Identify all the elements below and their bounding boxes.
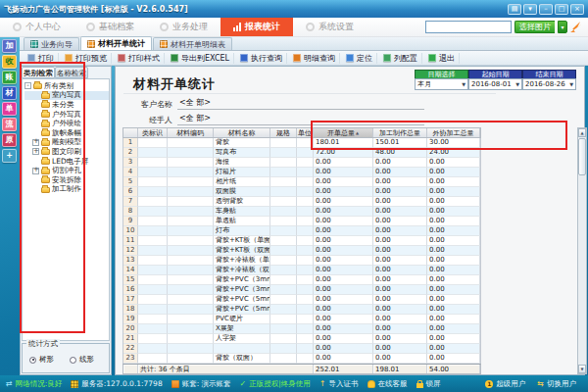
expand-icon[interactable] <box>32 121 39 127</box>
table-row[interactable]: 10 灯布 0.00 0.00 0.00 <box>123 226 480 236</box>
table-row[interactable]: 20 X展架 0.00 0.00 0.00 <box>123 324 480 334</box>
tree-item[interactable]: 户外喷绘 <box>24 119 109 128</box>
online-support-button[interactable]: 在线客服 <box>368 379 408 389</box>
table-row[interactable]: 16 背胶+PVC（3mm双 0.00 0.00 0.00 <box>123 285 480 295</box>
toolbar-button[interactable]: 打印预览 <box>61 53 112 64</box>
stat-mode-radio[interactable]: 线形 <box>70 355 94 365</box>
quick-button[interactable]: 账 <box>2 71 17 84</box>
table-row[interactable]: 21 人字架 0.00 0.00 0.00 <box>123 334 480 344</box>
column-header-sorted[interactable]: 开单总量 ▲ <box>314 128 373 137</box>
tree-item[interactable]: 未分类 <box>24 100 109 110</box>
quick-button[interactable]: 单 <box>2 102 17 116</box>
tree-item[interactable]: 图文印刷 <box>24 147 109 157</box>
expand-icon[interactable] <box>32 168 39 174</box>
menu-item[interactable]: 系统设置 <box>293 18 367 36</box>
column-header[interactable]: 单位 <box>297 128 314 137</box>
lock-screen-button[interactable]: 锁屏 <box>416 379 441 389</box>
table-row[interactable]: 12 背胶+KT板（双面） 0.00 0.00 0.00 <box>123 246 480 256</box>
skin-dropdown-icon[interactable]: ▾ <box>523 4 537 15</box>
table-row[interactable]: 23 背胶（双面） 0.00 0.00 0.00 <box>123 354 480 364</box>
table-row[interactable]: 4 灯箱片 0.00 0.00 0.00 <box>123 168 480 177</box>
expand-icon[interactable] <box>32 129 39 136</box>
date-dropdown[interactable]: 本月 ▼ <box>415 78 468 90</box>
maximize-button[interactable]: □ <box>555 4 568 15</box>
tree-item[interactable]: 雕刻模型 <box>24 138 109 148</box>
quick-button[interactable]: 加 <box>2 39 17 53</box>
column-header[interactable]: 材料名称 <box>214 128 270 137</box>
date-dropdown[interactable]: 2016-08-26 ▼ <box>522 78 576 90</box>
table-row[interactable]: 5 相片纸 0.00 0.00 0.00 <box>123 177 480 187</box>
vertical-scrollbar[interactable]: ▲ ▼ <box>577 127 587 374</box>
stat-mode-radio[interactable]: 树形 <box>29 355 54 365</box>
table-row[interactable]: 18 背胶+PVC（5mm双 0.00 0.00 0.00 <box>123 305 480 315</box>
tree-item[interactable]: 室内写真 <box>24 91 109 101</box>
column-header[interactable]: 加工制作总量 <box>373 128 427 137</box>
table-row[interactable]: 1 背胶 180.01 150.01 30.00 <box>123 138 480 148</box>
document-tab[interactable]: 材料开单统计 <box>80 36 152 50</box>
menu-item[interactable]: 个人中心 <box>0 18 74 36</box>
tree-item[interactable]: 切割冲孔 <box>24 166 109 175</box>
menu-item[interactable]: 业务处理 <box>147 18 220 36</box>
toolbar-button[interactable]: 打印样式 <box>114 53 165 64</box>
table-row[interactable]: 14 背胶+冷裱板（双面） 0.00 0.00 0.00 <box>123 266 480 275</box>
notebook-icon[interactable]: ▤ <box>508 4 521 15</box>
table-row[interactable]: 6 双面膜 0.00 0.00 0.00 <box>123 187 480 197</box>
table-row[interactable]: 9 单透贴 0.00 0.00 0.00 <box>123 217 480 226</box>
document-tab[interactable]: 材料开单明细表 <box>153 37 232 50</box>
column-header[interactable]: 材料编码 <box>168 128 214 137</box>
quick-button[interactable]: 流 <box>2 118 17 131</box>
column-header[interactable]: 外协加工总量 <box>427 128 480 137</box>
expand-icon[interactable] <box>32 158 39 165</box>
tree-root-item[interactable]: 所有类别 <box>24 81 109 91</box>
table-row[interactable]: 15 背胶+PVC（3mm单 0.00 0.00 0.00 <box>123 275 480 285</box>
tree-item[interactable]: LED电子屏 <box>24 157 109 167</box>
quick-button[interactable]: 收 <box>2 55 17 69</box>
table-row[interactable]: 3 海报 0.00 0.00 0.00 <box>123 158 480 168</box>
expand-icon[interactable] <box>32 101 39 108</box>
filter-value-field[interactable]: <全 部> <box>177 97 424 110</box>
scroll-down-icon[interactable]: ▼ <box>578 365 586 373</box>
toolbar-button[interactable]: 执行查询 <box>236 53 287 64</box>
choose-image-caret-icon[interactable]: ▾ <box>558 21 567 33</box>
date-dropdown[interactable]: 2016-08-01 ▼ <box>468 78 522 90</box>
quick-button[interactable]: 材 <box>2 86 17 100</box>
collapse-icon[interactable] <box>24 82 31 89</box>
expand-icon[interactable] <box>32 176 39 183</box>
table-row[interactable]: 22 0.00 0.00 0.00 <box>123 344 480 354</box>
image-path-input[interactable] <box>425 21 512 33</box>
import-cert-button[interactable]: ↑ 导入证书 <box>319 379 359 389</box>
table-row[interactable]: 7 透明背胶 0.00 0.00 0.00 <box>123 197 480 207</box>
tree-item[interactable]: 加工制作 <box>24 185 109 195</box>
toolbar-button[interactable]: 退出 <box>424 53 460 64</box>
super-user-button[interactable]: 1 超级用户 <box>485 379 525 389</box>
expand-icon[interactable] <box>32 111 39 118</box>
filter-value-field[interactable]: <全 部> <box>177 113 424 125</box>
tree-item[interactable]: 安装拆除 <box>24 175 109 185</box>
scroll-up-icon[interactable]: ▲ <box>578 128 586 137</box>
expand-icon[interactable] <box>32 186 39 193</box>
expand-icon[interactable] <box>32 148 39 155</box>
menu-item[interactable]: 报表统计 <box>220 18 293 36</box>
column-header[interactable]: 规格 <box>270 128 297 137</box>
column-header[interactable]: 类标识 <box>138 128 168 137</box>
expand-icon[interactable] <box>32 139 39 146</box>
sidebar-search-tab[interactable]: 名称检索 <box>55 67 88 78</box>
tree-item[interactable]: 旗帜条幅 <box>24 128 109 138</box>
toolbar-button[interactable]: 打印 <box>24 53 59 64</box>
quick-button[interactable]: 原 <box>2 133 17 147</box>
table-row[interactable]: 19 PVC硬片 0.00 0.00 0.00 <box>123 315 480 324</box>
table-row[interactable]: 17 背胶+PVC（5mm单 0.00 0.00 0.00 <box>123 295 480 305</box>
quick-button[interactable]: + <box>2 149 17 163</box>
minimize-button[interactable]: – <box>539 4 553 15</box>
choose-image-button[interactable]: 选择图片 <box>514 21 555 33</box>
toolbar-button[interactable]: 列配置 <box>379 53 422 64</box>
toolbar-button[interactable]: 明细查询 <box>289 53 340 64</box>
expand-icon[interactable] <box>32 92 39 99</box>
table-row[interactable]: 2 写真布 72.00 48.00 24.00 <box>123 148 480 158</box>
table-row[interactable]: 13 背胶+冷裱板（单面） 0.00 0.00 0.00 <box>123 256 480 266</box>
table-row[interactable]: 8 车身贴 0.00 0.00 0.00 <box>123 207 480 217</box>
document-tab[interactable]: 业务向导 <box>24 37 79 50</box>
toolbar-button[interactable]: 定位 <box>342 53 377 64</box>
sidebar-search-tab[interactable]: 类别检索 <box>22 67 55 78</box>
tree-item[interactable]: 户外写真 <box>24 110 109 120</box>
